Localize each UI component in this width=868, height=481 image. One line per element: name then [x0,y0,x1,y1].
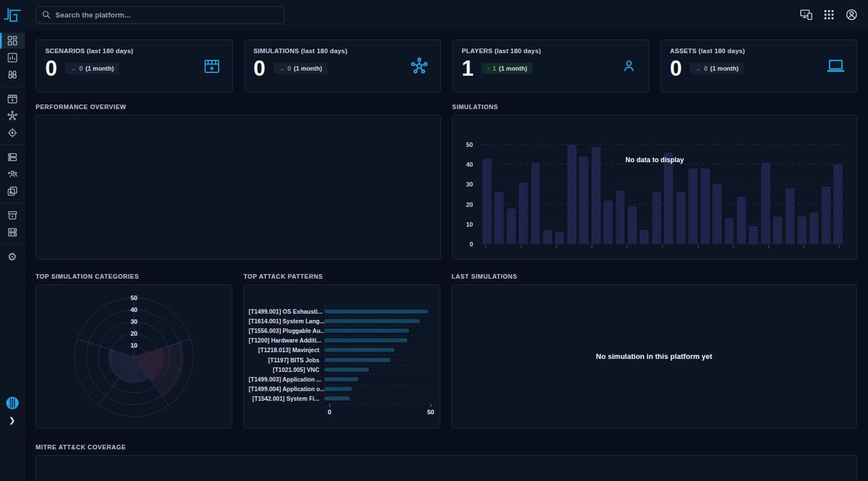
attack-label: [T1499.004] Application o... [249,385,324,392]
trend-badge: → 0 (1 month) [690,63,744,74]
sidebar-item-players[interactable] [0,166,25,182]
attack-row: [T1021.005] VNC [249,365,431,374]
trend-arrow-icon: → [70,65,76,72]
devices-icon[interactable] [799,7,814,22]
attack-label: [T1499.003] Application ... [249,376,324,383]
attack-row: [T1197] BITS Jobs [249,355,431,365]
sim-y-tick-label: 0 [470,241,473,248]
sim-bar [676,192,685,244]
attack-x-tick [431,404,431,407]
attack-track [324,316,431,326]
categories-radar-panel: 1020304050 [36,284,232,428]
topbar-actions [799,7,868,22]
sim-y-tick-label: 30 [466,181,473,188]
performance-overview-panel [36,115,441,259]
attack-row: [T1542.001] System Fi... [249,394,431,404]
attack-track [324,355,431,365]
attack-label: [T1197] BITS Jobs [249,357,324,363]
last-simulations-panel: No simulation in this platform yet [452,284,857,428]
trend-arrow-icon: ↑ [487,65,490,72]
sim-x-tick [556,245,557,248]
sim-x-ticks [481,245,844,249]
account-icon[interactable] [844,7,859,22]
sidebar-item-targets[interactable] [0,125,25,141]
expand-chevron-icon[interactable]: ❯ [9,416,15,424]
clapperboard-icon [203,57,221,75]
sim-x-tick [839,245,840,248]
sidebar-item-settings[interactable]: ⚙ [0,249,25,265]
categories-radar-chart: 1020304050 [36,285,232,428]
sidebar-item-agents[interactable] [0,207,25,223]
sim-bar [507,209,516,244]
mitre-coverage-panel [36,455,857,481]
panel-title: LAST SIMULATIONS [452,273,857,280]
attack-bar [324,309,428,313]
panel-title: PERFORMANCE OVERVIEW [36,103,441,110]
attack-track [324,384,431,394]
attack-row: [T1556.003] Pluggable Au... [249,326,431,335]
sim-bar [785,188,795,244]
sim-bar [725,218,734,244]
sidebar-item-scenarios[interactable] [0,91,25,107]
attack-label: [T1021.005] VNC [249,366,324,373]
attack-bar [324,319,420,323]
search-input[interactable] [55,11,278,19]
sim-bar [531,163,540,244]
sim-bar [652,192,661,244]
panel-title: TOP SIMULATION CATEGORIES [36,273,232,280]
binoculars-icon [7,69,18,80]
attack-bar [324,328,409,332]
simulations-bar-chart: 01020304050 No data to display [453,115,857,259]
app-grid-icon[interactable] [822,7,836,22]
stat-card-scenarios: SCENARIOS (last 180 days) 0 → 0 (1 month… [36,40,233,92]
svg-text:20: 20 [131,330,137,337]
sim-x-tick [627,245,627,248]
sidebar-item-infrastructure[interactable] [0,224,25,240]
main-content: SCENARIOS (last 180 days) 0 → 0 (1 month… [25,30,868,481]
attack-track [324,326,431,335]
person-icon [620,58,637,75]
logo[interactable] [0,5,25,24]
no-data-message: No data to display [453,156,857,164]
sim-bar [616,190,625,244]
sidebar-item-assets[interactable] [0,149,25,165]
scenario-clapper-icon [7,93,18,105]
sidebar-item-analytics[interactable] [0,50,25,66]
stat-card-assets: ASSETS (last 180 days) 0 → 0 (1 month) [661,40,858,92]
sim-bar [749,226,758,244]
sidebar-item-search[interactable] [0,67,25,83]
attack-x-tick-label: 0 [328,409,331,415]
sim-bar [664,153,673,244]
attack-row: [T1499.004] Application o... [249,384,431,394]
dashboard-app: ⚙ ❯ SCENARIOS (last 180 days) [0,0,868,481]
search-bar [36,6,284,24]
sim-bar [761,163,770,244]
sim-x-tick [804,245,804,248]
stat-title: SIMULATIONS (last 180 days) [254,47,432,54]
sim-x-tick [662,245,663,248]
attack-label: [T1542.001] System Fi... [249,395,324,402]
attack-label: [T1556.003] Pluggable Au... [249,327,324,334]
sim-bar [810,213,819,244]
sidebar-item-dashboard[interactable] [0,33,25,49]
globe-icon[interactable] [5,396,20,410]
attack-bar [324,339,407,343]
sim-y-tick-label: 50 [466,141,473,148]
sidebar-item-library[interactable] [0,183,25,199]
hub-icon [410,57,429,76]
attack-x-tick [329,404,330,407]
empty-message: No simulation in this platform yet [452,285,856,428]
team-icon [7,168,18,180]
stat-title: SCENARIOS (last 180 days) [45,47,223,54]
sim-bar [701,168,710,244]
attack-patterns-panel: [T1499.001] OS Exhausti...[T1614.001] Sy… [244,284,440,428]
sidebar-item-simulations[interactable] [0,108,25,124]
axis-line [329,404,431,404]
attack-label: [T1218.013] Mavinject [249,346,324,353]
panel-title: TOP ATTACK PATTERNS [244,273,440,280]
attack-bar [324,377,358,381]
attack-bar [324,397,350,401]
attack-row: [T1200] Hardware Additi... [249,336,431,345]
sim-x-tick [733,245,734,248]
agent-box-icon [7,210,18,221]
